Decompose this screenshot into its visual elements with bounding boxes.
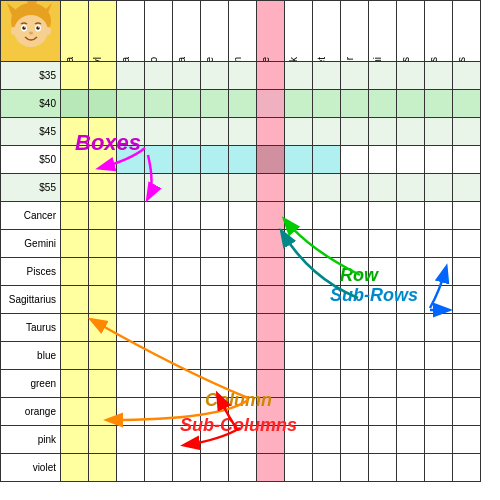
col-header-cancer: Cancer — [341, 1, 369, 62]
cell — [145, 146, 173, 174]
cell — [425, 90, 453, 118]
svg-point-12 — [11, 27, 17, 35]
row-label-taurus: Taurus — [1, 314, 61, 342]
cell — [117, 342, 145, 370]
cell — [257, 146, 285, 174]
cell — [397, 146, 425, 174]
cell — [117, 62, 145, 90]
cell — [453, 230, 481, 258]
cell — [89, 426, 117, 454]
cell — [89, 454, 117, 482]
cell — [285, 286, 313, 314]
cell — [369, 370, 397, 398]
col-header-pink: pink — [285, 1, 313, 62]
cell — [173, 454, 201, 482]
svg-point-10 — [38, 26, 39, 27]
cell — [173, 398, 201, 426]
row-40: $40 — [1, 90, 481, 118]
cell — [397, 258, 425, 286]
col-header-blue: blue — [201, 1, 229, 62]
cell — [341, 286, 369, 314]
cell — [313, 230, 341, 258]
cell — [453, 118, 481, 146]
cell — [201, 398, 229, 426]
cell — [89, 62, 117, 90]
col-header-violet: violet — [313, 1, 341, 62]
cell — [313, 202, 341, 230]
cell — [453, 174, 481, 202]
cell — [285, 314, 313, 342]
cell — [285, 230, 313, 258]
cell — [61, 118, 89, 146]
cell — [369, 62, 397, 90]
cell — [397, 90, 425, 118]
col-header-bonita: Bonita — [61, 1, 89, 62]
cell — [89, 146, 117, 174]
cell — [313, 174, 341, 202]
cell — [313, 62, 341, 90]
cell — [117, 398, 145, 426]
cell — [313, 454, 341, 482]
cell — [425, 146, 453, 174]
cell — [341, 230, 369, 258]
row-label-35: $35 — [1, 62, 61, 90]
cell — [257, 370, 285, 398]
avatar-cell — [1, 1, 61, 62]
cell — [229, 454, 257, 482]
cell — [369, 426, 397, 454]
cell — [173, 370, 201, 398]
cell — [145, 230, 173, 258]
cell — [173, 118, 201, 146]
cell — [453, 202, 481, 230]
cell — [369, 146, 397, 174]
cell — [369, 202, 397, 230]
main-container: Bonita Daryl Laura Mario Sheila blue — [0, 0, 500, 500]
cell — [173, 62, 201, 90]
cell — [369, 174, 397, 202]
cell — [341, 146, 369, 174]
cell — [61, 62, 89, 90]
cell — [313, 146, 341, 174]
cell — [341, 454, 369, 482]
cell — [117, 370, 145, 398]
cell — [425, 314, 453, 342]
cell — [425, 398, 453, 426]
row-cancer: Cancer — [1, 202, 481, 230]
cell — [425, 258, 453, 286]
cell — [285, 118, 313, 146]
cell — [397, 202, 425, 230]
cell — [313, 286, 341, 314]
col-header-mario: Mario — [145, 1, 173, 62]
cell — [257, 314, 285, 342]
cell — [201, 454, 229, 482]
cell — [61, 174, 89, 202]
cell — [425, 286, 453, 314]
svg-point-13 — [45, 27, 51, 35]
cell — [117, 146, 145, 174]
cell — [257, 118, 285, 146]
cell — [425, 174, 453, 202]
cell — [313, 118, 341, 146]
row-label-blue: blue — [1, 342, 61, 370]
cell — [397, 286, 425, 314]
cell — [369, 90, 397, 118]
cell — [145, 258, 173, 286]
cell — [397, 426, 425, 454]
cell — [89, 118, 117, 146]
cell — [285, 454, 313, 482]
cell — [369, 258, 397, 286]
row-orange: orange — [1, 398, 481, 426]
cell — [397, 118, 425, 146]
cell — [145, 118, 173, 146]
cell — [201, 118, 229, 146]
row-label-sagittarius: Sagittarius — [1, 286, 61, 314]
cell — [313, 398, 341, 426]
row-label-pisces: Pisces — [1, 258, 61, 286]
cell — [201, 230, 229, 258]
cell — [201, 90, 229, 118]
cell — [145, 454, 173, 482]
col-header-green: green — [229, 1, 257, 62]
cell — [425, 426, 453, 454]
cell — [257, 258, 285, 286]
cell — [201, 426, 229, 454]
